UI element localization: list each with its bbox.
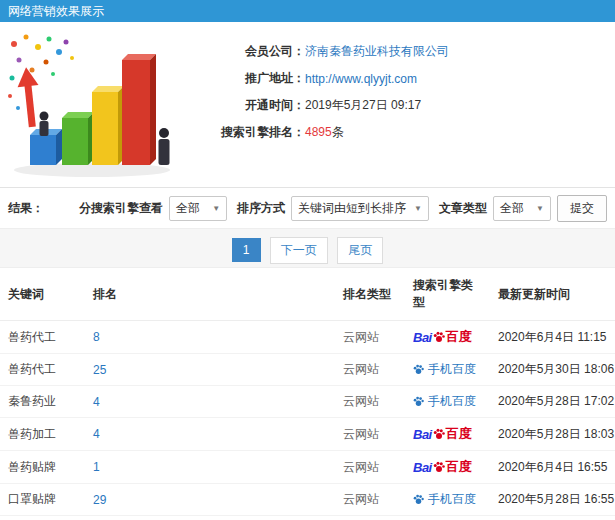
mobile-baidu-text: 手机百度 (428, 491, 476, 508)
table-row: 秦鲁药业4云网站手机百度2020年5月28日 17:02 (0, 386, 615, 418)
sort-select[interactable]: 关键词由短到长排序 ▼ (291, 196, 429, 221)
article-type-select[interactable]: 全部 ▼ (493, 196, 551, 221)
paw-icon (413, 364, 424, 375)
company-link[interactable]: 济南秦鲁药业科技有限公司 (305, 43, 449, 60)
rank-cell: 1 (85, 451, 335, 484)
rank-type-cell: 云网站 (335, 516, 405, 520)
engine-cell: Bai百度 (405, 418, 490, 451)
company-label: 会员公司： (180, 43, 305, 60)
paw-icon (433, 331, 445, 343)
rank-count-label: 搜索引擎排名： (180, 124, 305, 141)
chevron-down-icon: ▼ (536, 204, 544, 213)
rank-link[interactable]: 4 (93, 395, 100, 409)
engine-cell: 手机百度 (405, 516, 490, 520)
rank-cell: 17,25 (85, 516, 335, 520)
mobile-baidu-text: 手机百度 (428, 361, 476, 378)
table-header-row: 关键词 排名 排名类型 搜索引擎类型 最新更新时间 (0, 268, 615, 321)
result-label: 结果： (8, 200, 44, 217)
keyword-cell: 兽药代工 (0, 321, 85, 354)
article-type-label: 文章类型 (439, 200, 487, 217)
rank-type-cell: 云网站 (335, 451, 405, 484)
mobile-baidu-logo: 手机百度 (413, 361, 476, 378)
paw-icon (433, 428, 445, 440)
update-time-cell: 2020年5月28日 16:55 (490, 484, 615, 516)
results-table: 关键词 排名 排名类型 搜索引擎类型 最新更新时间 兽药代工8云网站Bai百度2… (0, 268, 615, 520)
bar-chart-clipart-svg (4, 30, 179, 182)
table-row: 口罩贴牌29云网站手机百度2020年5月28日 16:55 (0, 484, 615, 516)
update-time-cell: 2020年5月28日 18:03 (490, 418, 615, 451)
engine-filter-label: 分搜索引擎查看 (79, 200, 163, 217)
table-row: 兽药代工25云网站手机百度2020年5月30日 18:06 (0, 354, 615, 386)
engine-cell: 手机百度 (405, 484, 490, 516)
opened-row: 开通时间： 2019年5月27日 09:17 (180, 92, 615, 119)
rank-type-cell: 云网站 (335, 484, 405, 516)
rank-link[interactable]: 25 (93, 363, 106, 377)
page-title: 网络营销效果展示 (8, 4, 104, 18)
mobile-baidu-text: 手机百度 (428, 393, 476, 410)
keyword-cell: 口罩贴牌 (0, 484, 85, 516)
page: 网络营销效果展示 (0, 0, 615, 520)
engine-select-value: 全部 (176, 200, 200, 217)
rank-link[interactable]: 4 (93, 427, 100, 441)
baidu-latin-text: Bai (413, 460, 432, 475)
opened-time: 2019年5月27日 09:17 (305, 97, 421, 114)
table-row: 金华防护服17,25云网站手机百度2020年6月20日 09:25 (0, 516, 615, 520)
keyword-cell: 秦鲁药业 (0, 386, 85, 418)
rank-link[interactable]: 1 (93, 460, 100, 474)
promo-url-link[interactable]: http://www.qlyyjt.com (305, 72, 417, 86)
paw-icon (413, 396, 424, 407)
baidu-logo: Bai百度 (413, 425, 472, 443)
engine-cell: 手机百度 (405, 386, 490, 418)
engine-cell: 手机百度 (405, 354, 490, 386)
baidu-latin-text: Bai (413, 330, 432, 345)
results-tbody: 兽药代工8云网站Bai百度2020年6月4日 11:15兽药代工25云网站手机百… (0, 321, 615, 520)
header-engine-type: 搜索引擎类型 (405, 268, 490, 321)
paw-icon (413, 494, 424, 505)
titlebar: 网络营销效果展示 (0, 0, 615, 22)
chevron-down-icon: ▼ (212, 204, 220, 213)
table-row: 兽药贴牌1云网站Bai百度2020年6月4日 16:55 (0, 451, 615, 484)
chevron-down-icon: ▼ (414, 204, 422, 213)
update-time-cell: 2020年6月4日 11:15 (490, 321, 615, 354)
rank-type-cell: 云网站 (335, 386, 405, 418)
baidu-cn-text: 百度 (446, 458, 472, 476)
company-row: 会员公司： 济南秦鲁药业科技有限公司 (180, 38, 615, 65)
table-row: 兽药加工4云网站Bai百度2020年5月28日 18:03 (0, 418, 615, 451)
rank-cell: 4 (85, 386, 335, 418)
baidu-latin-text: Bai (413, 427, 432, 442)
engine-cell: Bai百度 (405, 451, 490, 484)
engine-cell: Bai百度 (405, 321, 490, 354)
next-page-button[interactable]: 下一页 (270, 237, 328, 264)
rank-cell: 8 (85, 321, 335, 354)
submit-button[interactable]: 提交 (557, 195, 607, 222)
url-label: 推广地址： (180, 70, 305, 87)
url-row: 推广地址： http://www.qlyyjt.com (180, 65, 615, 92)
baidu-cn-text: 百度 (446, 425, 472, 443)
paw-icon (433, 461, 445, 473)
filter-bar: 结果： 分搜索引擎查看 全部 ▼ 排序方式 关键词由短到长排序 ▼ 文章类型 全… (0, 188, 615, 228)
header-rank-type: 排名类型 (335, 268, 405, 321)
rank-count-row: 搜索引擎排名： 4895条 (180, 119, 615, 146)
rank-type-cell: 云网站 (335, 321, 405, 354)
update-time-cell: 2020年6月4日 16:55 (490, 451, 615, 484)
rank-link[interactable]: 29 (93, 493, 106, 507)
mobile-baidu-logo: 手机百度 (413, 393, 476, 410)
keyword-cell: 兽药加工 (0, 418, 85, 451)
baidu-cn-text: 百度 (446, 328, 472, 346)
header-rank: 排名 (85, 268, 335, 321)
header-keyword: 关键词 (0, 268, 85, 321)
mobile-baidu-logo: 手机百度 (413, 491, 476, 508)
engine-select[interactable]: 全部 ▼ (169, 196, 227, 221)
bar-chart-clipart (0, 30, 180, 181)
update-time-cell: 2020年5月28日 17:02 (490, 386, 615, 418)
page-number-current[interactable]: 1 (232, 238, 261, 262)
member-info: 会员公司： 济南秦鲁药业科技有限公司 推广地址： http://www.qlyy… (180, 30, 615, 181)
rank-link[interactable]: 8 (93, 330, 100, 344)
header-update-time: 最新更新时间 (490, 268, 615, 321)
rank-count-unit: 条 (332, 125, 344, 139)
filter-controls: 分搜索引擎查看 全部 ▼ 排序方式 关键词由短到长排序 ▼ 文章类型 全部 ▼ … (75, 195, 607, 222)
last-page-button[interactable]: 尾页 (337, 237, 383, 264)
opened-label: 开通时间： (180, 97, 305, 114)
rank-type-cell: 云网站 (335, 418, 405, 451)
rank-type-cell: 云网站 (335, 354, 405, 386)
